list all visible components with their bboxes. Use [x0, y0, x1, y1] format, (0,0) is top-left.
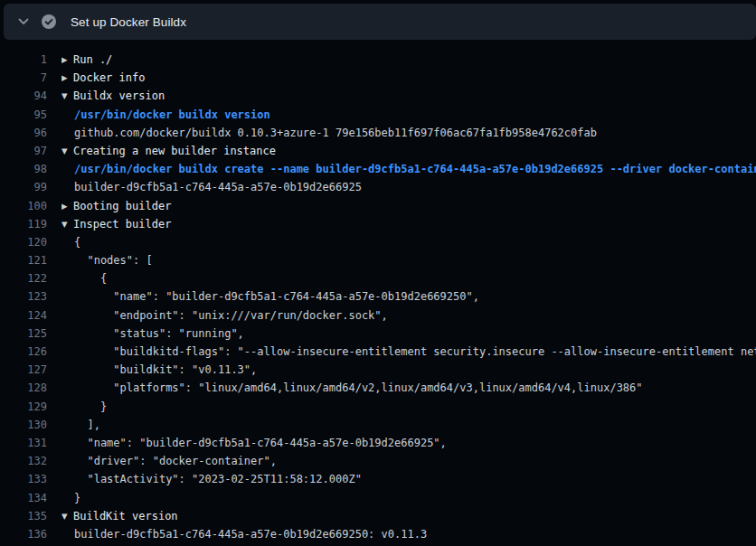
log-line-content: { — [61, 233, 756, 251]
line-number[interactable]: 129 — [0, 398, 47, 416]
log-line: 134} — [0, 489, 756, 507]
log-line-content: /usr/bin/docker buildx create --name bui… — [61, 160, 756, 178]
log-line-content: "lastActivity": "2023-02-25T11:58:12.000… — [61, 470, 756, 488]
line-number[interactable]: 95 — [0, 106, 47, 124]
group-title[interactable]: Booting builder — [73, 200, 171, 212]
line-number[interactable]: 121 — [0, 251, 47, 269]
log-line-content: "platforms": "linux/amd64,linux/amd64/v2… — [61, 379, 756, 397]
group-title[interactable]: Run ./ — [73, 53, 112, 66]
output-text: "name": "builder-d9cfb5a1-c764-445a-a57e… — [61, 434, 447, 452]
log-line-content: "name": "builder-d9cfb5a1-c764-445a-a57e… — [61, 287, 756, 306]
group-title[interactable]: Inspect builder — [73, 218, 171, 231]
chevron-down-icon[interactable] — [13, 11, 34, 33]
line-number[interactable]: 130 — [0, 416, 47, 434]
log-line-content: ▼Buildx version — [61, 87, 756, 105]
output-text: "name": "builder-d9cfb5a1-c764-445a-a57e… — [61, 287, 479, 306]
log-line: 99builder-d9cfb5a1-c764-445a-a57e-0b19d2… — [0, 178, 756, 196]
line-number[interactable]: 100 — [0, 197, 47, 215]
output-text: "driver": "docker-container", — [61, 452, 277, 470]
log-line-content: "status": "running", — [61, 325, 756, 343]
log-line-content: "driver": "docker-container", — [61, 452, 756, 470]
log-line: 98/usr/bin/docker buildx create --name b… — [0, 160, 756, 178]
line-number[interactable]: 127 — [0, 361, 47, 379]
log-line-content: { — [61, 269, 756, 287]
log-line-content: ▼BuildKit version — [61, 507, 756, 525]
log-line: 123 "name": "builder-d9cfb5a1-c764-445a-… — [0, 287, 756, 306]
triangle-down-icon[interactable]: ▼ — [61, 142, 73, 160]
output-text: } — [61, 489, 80, 507]
output-text: builder-d9cfb5a1-c764-445a-a57e-0b19d2e6… — [61, 178, 362, 196]
log-line: 128 "platforms": "linux/amd64,linux/amd6… — [0, 379, 756, 397]
log-line: 97▼Creating a new builder instance — [0, 142, 756, 160]
log-line-content: "name": "builder-d9cfb5a1-c764-445a-a57e… — [61, 434, 756, 452]
log-line: 131 "name": "builder-d9cfb5a1-c764-445a-… — [0, 434, 756, 452]
triangle-right-icon[interactable]: ▶ — [61, 69, 73, 87]
command-text: /usr/bin/docker buildx create --name bui… — [61, 160, 756, 178]
log-line-content: ▶Booting builder — [61, 197, 756, 215]
step-header[interactable]: Set up Docker Buildx — [4, 4, 756, 40]
line-number[interactable]: 134 — [0, 489, 47, 507]
log-line: 127 "buildkit": "v0.11.3", — [0, 361, 756, 379]
log-line-content: "endpoint": "unix:///var/run/docker.sock… — [61, 306, 756, 325]
line-number[interactable]: 123 — [0, 287, 47, 306]
output-text: ], — [61, 416, 100, 434]
output-text: "endpoint": "unix:///var/run/docker.sock… — [61, 306, 388, 325]
log-line: 130 ], — [0, 416, 756, 434]
log-line-content: ▶Run ./ — [61, 51, 756, 69]
log-line: 1▶Run ./ — [0, 51, 756, 69]
group-title[interactable]: Creating a new builder instance — [73, 145, 276, 157]
line-number[interactable]: 124 — [0, 306, 47, 325]
log-line-content: github.com/docker/buildx 0.10.3+azure-1 … — [61, 124, 756, 142]
log-line: 122 { — [0, 269, 756, 287]
log-line-content: builder-d9cfb5a1-c764-445a-a57e-0b19d2e6… — [61, 178, 756, 196]
log-line: 96github.com/docker/buildx 0.10.3+azure-… — [0, 124, 756, 142]
line-number[interactable]: 7 — [0, 69, 47, 87]
log-line: 95/usr/bin/docker buildx version — [0, 106, 756, 124]
line-number[interactable]: 99 — [0, 178, 47, 196]
line-number[interactable]: 135 — [0, 507, 47, 525]
group-title[interactable]: Buildx version — [73, 89, 165, 102]
line-number[interactable]: 122 — [0, 269, 47, 287]
triangle-right-icon[interactable]: ▶ — [61, 51, 73, 69]
triangle-down-icon[interactable]: ▼ — [61, 507, 73, 525]
log-line-content: "nodes": [ — [61, 251, 756, 269]
line-number[interactable]: 136 — [0, 525, 47, 543]
line-number[interactable]: 97 — [0, 142, 47, 160]
log-line-content: "buildkitd-flags": "--allow-insecure-ent… — [61, 343, 756, 361]
log-line-content: /usr/bin/docker buildx version — [61, 106, 756, 124]
triangle-right-icon[interactable]: ▶ — [61, 197, 73, 215]
log-line-content: ▼Creating a new builder instance — [61, 142, 756, 160]
log-line: 125 "status": "running", — [0, 325, 756, 343]
log-line: 133 "lastActivity": "2023-02-25T11:58:12… — [0, 470, 756, 488]
line-number[interactable]: 125 — [0, 325, 47, 343]
group-title[interactable]: BuildKit version — [73, 510, 178, 522]
log-line: 7▶Docker info — [0, 69, 756, 87]
output-text: "lastActivity": "2023-02-25T11:58:12.000… — [61, 470, 362, 488]
log-line-content: } — [61, 398, 756, 416]
line-number[interactable]: 98 — [0, 160, 47, 178]
log-line: 129 } — [0, 398, 756, 416]
line-number[interactable]: 119 — [0, 215, 47, 233]
log-line-content: "buildkit": "v0.11.3", — [61, 361, 756, 379]
log-line: 124 "endpoint": "unix:///var/run/docker.… — [0, 306, 756, 325]
output-text: { — [61, 233, 80, 251]
line-number[interactable]: 133 — [0, 470, 47, 488]
triangle-down-icon[interactable]: ▼ — [61, 87, 73, 105]
line-number[interactable]: 131 — [0, 434, 47, 452]
line-number[interactable]: 120 — [0, 233, 47, 251]
triangle-down-icon[interactable]: ▼ — [61, 215, 73, 233]
line-number[interactable]: 96 — [0, 124, 47, 142]
log-line: 119▼Inspect builder — [0, 215, 756, 233]
line-number[interactable]: 1 — [0, 51, 47, 69]
output-text: { — [61, 269, 107, 287]
check-circle-icon — [42, 14, 56, 29]
line-number[interactable]: 126 — [0, 343, 47, 361]
log-line: 94▼Buildx version — [0, 87, 756, 105]
log-line: 121 "nodes": [ — [0, 251, 756, 269]
log-line: 136builder-d9cfb5a1-c764-445a-a57e-0b19d… — [0, 525, 756, 543]
group-title[interactable]: Docker info — [73, 71, 145, 84]
log-line-content: ▼Inspect builder — [61, 215, 756, 233]
line-number[interactable]: 128 — [0, 379, 47, 397]
line-number[interactable]: 132 — [0, 452, 47, 470]
line-number[interactable]: 94 — [0, 87, 47, 105]
